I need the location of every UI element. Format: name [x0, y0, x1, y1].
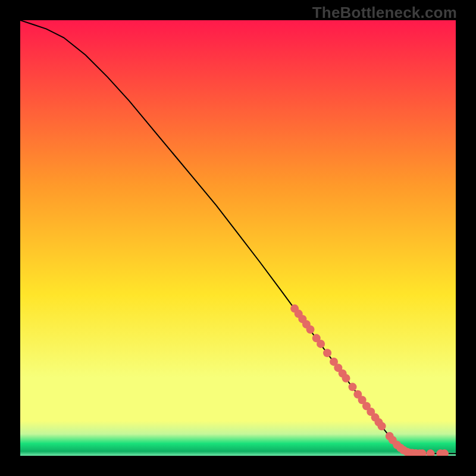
- chart-frame: TheBottleneck.com: [0, 0, 476, 476]
- plot-area: [20, 20, 456, 456]
- data-marker: [342, 374, 350, 383]
- data-marker: [306, 325, 315, 334]
- data-marker: [378, 422, 386, 430]
- gradient-background: [20, 20, 456, 456]
- data-marker: [323, 349, 331, 357]
- data-marker: [349, 383, 357, 391]
- chart-svg: [20, 20, 456, 456]
- data-marker: [317, 340, 325, 348]
- watermark-text: TheBottleneck.com: [312, 4, 457, 22]
